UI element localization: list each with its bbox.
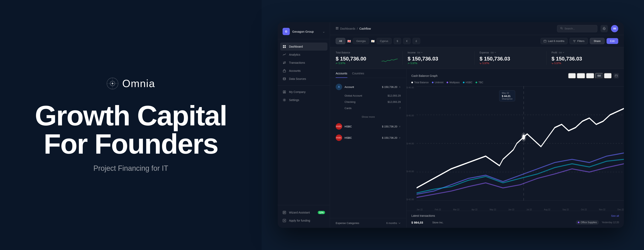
stat-profit: Profit 6M $ 150,736.03 5.97% — [552, 51, 618, 65]
tab-countries[interactable]: Countries — [352, 69, 364, 78]
grid-icon — [282, 45, 286, 48]
tab-accounts[interactable]: Accounts — [336, 69, 347, 78]
transaction-amount: $ 984,03 — [411, 221, 430, 224]
accounts-list: A Account $ 150,736.20 ∧ Global Account … — [330, 78, 406, 218]
sidebar-bottom: Wizard Assistant 12% Apply for funding — [278, 205, 330, 228]
expense-period-selector[interactable]: 6 months — [386, 222, 401, 225]
filter-icon — [573, 40, 576, 43]
x-label-apr: Apr 22 — [472, 208, 477, 211]
svg-rect-21 — [544, 40, 546, 42]
y-label-45: $ 45.00 — [406, 114, 416, 117]
period-1d[interactable]: 1D — [568, 73, 576, 79]
sub-account-checking-label: Checking — [344, 100, 388, 103]
sidebar: G Gexagon Group ⌄ Dashboard — [278, 22, 330, 228]
sidebar-item-settings-label: Settings — [289, 98, 299, 102]
chart-tooltip: May 22 $ 44.21 Shareprice — [499, 90, 515, 101]
account-row-hsbc1[interactable]: HSBC HSBC $ 150,736.20 ∨ — [330, 121, 406, 132]
search-box[interactable]: Search... — [557, 25, 597, 32]
user-avatar[interactable]: IM — [611, 25, 618, 32]
database-icon — [282, 77, 286, 81]
account-row-hsbc2[interactable]: HSBC HSBC $ 150,736.20 ∨ — [330, 132, 406, 143]
sidebar-item-analytics-label: Analytics — [289, 53, 300, 56]
company-info[interactable]: G Gexagon Group — [282, 28, 314, 35]
stat-expense-change: 5.97% — [480, 62, 542, 65]
wizard-assistant-item[interactable]: Wizard Assistant 12% — [278, 208, 330, 216]
filter-bar: All 🇬🇪 Georgia 🇨🇾 Cyprus $ € £ Last 6 mo… — [330, 35, 624, 47]
notification-button[interactable] — [600, 25, 608, 32]
breadcrumb-current: Cashflow — [359, 27, 371, 30]
stat-expense: Expense 6M $ 150,736.03 5.97% — [480, 51, 546, 65]
stat-income-change: 5.97% — [408, 62, 470, 65]
sidebar-header: G Gexagon Group ⌄ — [278, 22, 330, 39]
filter-gbp-btn[interactable]: £ — [412, 38, 420, 44]
sidebar-item-settings[interactable]: Settings — [278, 96, 330, 104]
sidebar-item-transactions-label: Transactions — [289, 61, 305, 64]
edit-button[interactable]: Edit — [606, 38, 618, 44]
chevron-down-icon[interactable]: ⌄ — [322, 30, 325, 34]
filters-button[interactable]: Filters — [570, 38, 588, 44]
georgia-flag-icon: 🇬🇪 — [347, 40, 351, 43]
wizard-left: Wizard Assistant — [282, 211, 310, 214]
sidebar-item-dashboard[interactable]: Dashboard — [280, 43, 328, 51]
period-1m[interactable]: 1M — [586, 73, 594, 79]
building-icon — [282, 69, 286, 73]
breadcrumb-parent[interactable]: Dashboards — [340, 27, 356, 30]
see-all-button[interactable]: See all — [611, 214, 619, 217]
accounts-panel: Accounts Countries A Account — [330, 69, 406, 228]
sidebar-item-transactions[interactable]: Transactions — [278, 59, 330, 67]
sidebar-item-data-sources[interactable]: Data Sources — [278, 75, 330, 83]
legend-hsbc: HSBC — [463, 81, 472, 84]
sub-account-cards-count: 7 — [399, 107, 401, 110]
sparkline-chart — [382, 57, 398, 63]
arrows-icon — [282, 61, 286, 65]
account-row-main[interactable]: A Account $ 150,736.20 ∧ — [330, 81, 406, 92]
share-button[interactable]: Share — [590, 38, 604, 44]
account-name-main: Account — [344, 85, 382, 88]
account-logo-hsbc1: HSBC — [336, 123, 342, 130]
filter-eur-btn[interactable]: € — [403, 38, 410, 44]
sub-account-global-label: Global Account — [344, 94, 388, 97]
stat-expense-label: Expense 6M — [480, 51, 542, 54]
stat-expense-value: $ 150,736.03 — [480, 56, 542, 62]
transaction-merchant: Store Inc. — [432, 221, 573, 224]
transaction-category: Office Supplies — [576, 220, 599, 225]
legend-dot-unlimint — [432, 82, 434, 83]
x-label-may: May 22 — [490, 208, 496, 211]
branding-panel: Omnia Growth Capital For Founders Projec… — [0, 0, 262, 250]
svg-rect-8 — [284, 47, 286, 48]
sidebar-item-apply-funding[interactable]: Apply for funding — [278, 216, 330, 225]
transaction-time: Yesterday 12:20 — [602, 221, 619, 224]
sub-account-global-amount: $12,093.29 — [388, 94, 401, 97]
filter-usd-btn[interactable]: $ — [394, 38, 401, 44]
wizard-icon — [282, 211, 286, 214]
sidebar-item-data-sources-label: Data Sources — [289, 77, 306, 80]
svg-rect-19 — [337, 28, 338, 30]
x-label-feb: Feb 22 — [435, 208, 441, 211]
account-name-hsbc2: HSBC — [344, 136, 382, 139]
period-1y[interactable]: 1Y — [604, 73, 612, 79]
chevron-down-small-icon — [494, 51, 496, 53]
sidebar-item-my-company[interactable]: My Company — [278, 88, 330, 96]
x-label-jul: Jul 22 — [526, 208, 532, 211]
graph-header: Cash Balance Graph 1D 1W 1M 6M 1Y — [406, 69, 624, 81]
x-label-nov: Nov 22 — [599, 208, 605, 211]
chevron-down-icon — [398, 222, 401, 224]
cyprus-flag-icon: 🇨🇾 — [371, 40, 374, 43]
sidebar-item-accounts[interactable]: Accounts — [278, 67, 330, 75]
legend-dot-total — [411, 82, 413, 83]
date-filter[interactable]: Last 6 months — [540, 38, 568, 44]
period-1w[interactable]: 1W — [577, 73, 585, 79]
filter-all-btn[interactable]: All — [336, 38, 345, 44]
filter-cyprus-btn[interactable]: Cyprus — [376, 38, 392, 44]
show-more-button[interactable]: Show more — [330, 113, 406, 121]
svg-point-13 — [284, 100, 285, 101]
filter-georgia-btn[interactable]: Georgia — [353, 38, 369, 44]
sidebar-item-analytics[interactable]: Analytics — [278, 51, 330, 59]
calendar-button[interactable] — [614, 73, 619, 79]
x-label-aug: Aug 22 — [544, 208, 550, 211]
tooltip-date: May 22 — [502, 92, 512, 94]
search-icon — [560, 27, 563, 31]
x-label-sep: Sep 22 — [562, 208, 569, 211]
expense-categories: Expense Categories 6 months — [330, 218, 406, 228]
period-6m[interactable]: 6M — [595, 73, 603, 79]
